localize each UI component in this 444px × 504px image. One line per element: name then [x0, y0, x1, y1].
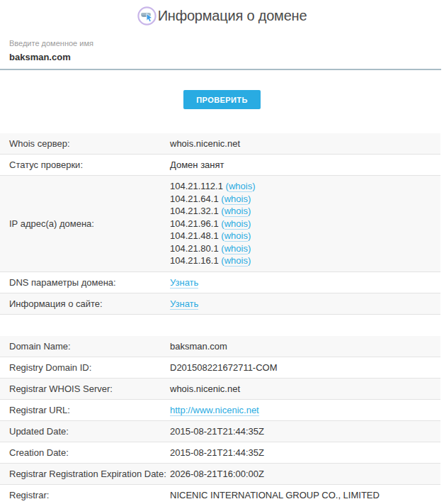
whois-link[interactable]: whois	[229, 181, 252, 192]
ip-address-line: 104.21.32.1 (whois)	[170, 205, 256, 218]
ip-address-line: 104.21.112.1 (whois)	[170, 180, 256, 193]
whois-link[interactable]: whois	[224, 230, 248, 242]
registrar-url-link[interactable]: http://www.nicenic.net	[170, 405, 259, 416]
button-row: ПРОВЕРИТЬ	[0, 90, 444, 109]
whois-link[interactable]: whois	[224, 243, 248, 254]
table-row-whois-server: Whois сервер: whois.nicenic.net	[0, 133, 440, 155]
row-value: 2026-08-21T16:00:00Z	[170, 469, 264, 479]
row-value: baksman.com	[170, 341, 227, 352]
row-value: whois.nicenic.net	[170, 138, 240, 149]
row-value: http://www.nicenic.net	[170, 405, 259, 415]
ip-address-line: 104.21.48.1 (whois)	[170, 230, 256, 242]
paren-close: )	[248, 255, 251, 266]
table-row-expiration-date: Registrar Registration Expiration Date: …	[0, 464, 440, 485]
check-button[interactable]: ПРОВЕРИТЬ	[183, 90, 260, 109]
domain-info-page: Информация о домене Введите доменное имя…	[0, 0, 444, 504]
table-row-ip-addresses: IP адрес(а) домена: 104.21.112.1 (whois)…	[0, 176, 440, 272]
row-value: NICENIC INTERNATIONAL GROUP CO., LIMITED	[170, 490, 380, 500]
paren-open: (	[221, 230, 224, 241]
table-row-registrar-url: Registrar URL: http://www.nicenic.net	[0, 400, 440, 421]
row-value: D201508221672711-COM	[170, 362, 278, 373]
ip-address-list: 104.21.112.1 (whois) 104.21.64.1 (whois)…	[170, 176, 256, 271]
row-label: Creation Date:	[0, 447, 170, 458]
ip-address: 104.21.32.1	[170, 206, 219, 216]
table-row-check-status: Статус проверки: Домен занят	[0, 155, 440, 176]
page-header: Информация о домене	[0, 0, 444, 26]
registry-data-table: Domain Name: baksman.com Registry Domain…	[0, 336, 440, 504]
table-row-site-info: Информация о сайте: Узнать	[0, 293, 440, 315]
row-label: Registrar Registration Expiration Date:	[0, 469, 170, 479]
row-label: Информация о сайте:	[0, 298, 170, 309]
paren-open: (	[221, 255, 224, 266]
ip-address: 104.21.16.1	[170, 255, 219, 266]
whois-link[interactable]: whois	[224, 194, 248, 205]
ip-address-line: 104.21.96.1 (whois)	[170, 218, 256, 230]
ip-address: 104.21.48.1	[170, 230, 219, 241]
ip-address: 104.21.80.1	[170, 243, 219, 254]
page-title: Информация о домене	[158, 8, 307, 24]
row-label: IP адрес(а) домена:	[0, 218, 170, 229]
ip-address-line: 104.21.16.1 (whois)	[170, 254, 256, 267]
row-label: Registrar WHOIS Server:	[0, 383, 170, 394]
ip-address: 104.21.112.1	[170, 181, 223, 191]
dns-details-link[interactable]: Узнать	[170, 277, 198, 289]
paren-close: )	[248, 230, 251, 241]
whois-link[interactable]: whois	[224, 206, 248, 217]
paren-open: (	[221, 206, 224, 216]
table-row-registry-domain-id: Registry Domain ID: D201508221672711-COM	[0, 357, 440, 379]
paren-close: )	[252, 181, 255, 191]
whois-link[interactable]: whois	[224, 255, 248, 267]
paren-open: (	[221, 194, 224, 204]
ip-address: 104.21.96.1	[170, 218, 219, 229]
site-info-link[interactable]: Узнать	[170, 298, 198, 310]
table-row-registrar: Registrar: NICENIC INTERNATIONAL GROUP C…	[0, 485, 440, 504]
row-value: Домен занят	[170, 159, 224, 170]
ip-address-line: 104.21.64.1 (whois)	[170, 193, 256, 206]
row-value: whois.nicenic.net	[170, 383, 240, 394]
table-row-dns-params: DNS параметры домена: Узнать	[0, 272, 440, 293]
paren-close: )	[248, 194, 251, 204]
table-row-creation-date: Creation Date: 2015-08-21T21:44:35Z	[0, 442, 440, 464]
paren-open: (	[221, 243, 224, 254]
row-label: Registrar URL:	[0, 405, 170, 415]
domain-input[interactable]	[0, 48, 441, 70]
table-row-registrar-whois-server: Registrar WHOIS Server: whois.nicenic.ne…	[0, 379, 440, 400]
domain-input-label: Введите доменное имя	[0, 38, 444, 48]
paren-close: )	[248, 243, 251, 254]
row-value: 2015-08-21T21:44:35Z	[170, 426, 264, 437]
paren-open: (	[221, 218, 224, 229]
row-label: Registrar:	[0, 490, 170, 500]
row-label: Registry Domain ID:	[0, 362, 170, 373]
whois-result-table: Whois сервер: whois.nicenic.net Статус п…	[0, 133, 440, 315]
table-row-domain-name: Domain Name: baksman.com	[0, 336, 440, 357]
row-value: 2015-08-21T21:44:35Z	[170, 447, 264, 458]
row-label: DNS параметры домена:	[0, 277, 170, 288]
row-value: Узнать	[170, 298, 198, 309]
domain-cursor-icon	[137, 6, 156, 26]
ip-address-line: 104.21.80.1 (whois)	[170, 242, 256, 255]
row-label: Updated Date:	[0, 426, 170, 437]
domain-check-form: Введите доменное имя ПРОВЕРИТЬ	[0, 38, 444, 109]
paren-close: )	[248, 218, 251, 229]
whois-link[interactable]: whois	[224, 218, 248, 230]
row-label: Статус проверки:	[0, 159, 170, 170]
row-label: Whois сервер:	[0, 138, 170, 149]
table-row-updated-date: Updated Date: 2015-08-21T21:44:35Z	[0, 421, 440, 442]
row-value: Узнать	[170, 277, 198, 288]
row-label: Domain Name:	[0, 341, 170, 352]
paren-close: )	[248, 206, 251, 216]
ip-address: 104.21.64.1	[170, 194, 219, 204]
